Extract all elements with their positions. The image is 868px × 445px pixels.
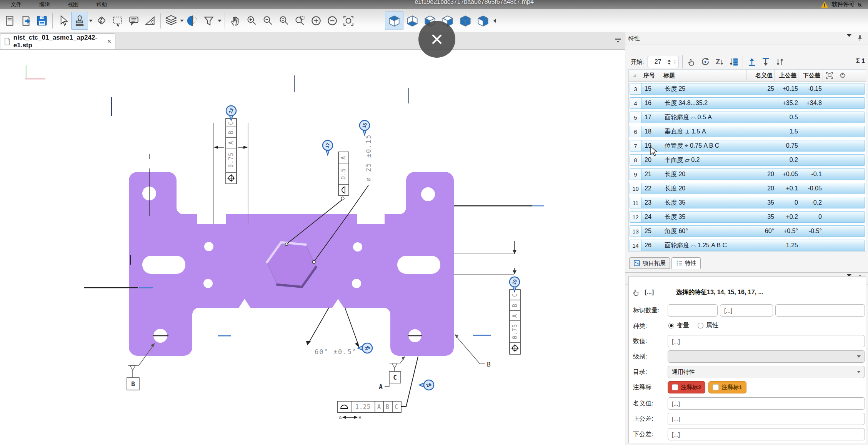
corner-hole[interactable] [421,187,435,201]
zoom-out-icon[interactable] [260,12,276,29]
fcf-position-13[interactable]: C B A 0.75 [226,118,237,184]
fcf-position-19[interactable]: C B A 0.75 [510,290,520,354]
tab-close-icon[interactable]: × [107,38,111,45]
refresh-icon[interactable] [700,57,710,67]
balloon-17[interactable]: 17 [323,140,333,155]
column-header-nominal[interactable]: 名义值 [747,70,775,81]
part-body[interactable] [129,172,454,356]
table-row[interactable]: 1426面轮廓度 ⌓ 1.25 A B C1.25 [630,240,865,251]
catalog-dropdown[interactable]: 通用特性 [668,366,865,378]
annotation-badge-2[interactable]: 注释标2 [668,381,705,393]
table-corner[interactable] [629,70,640,81]
panel-pin-icon[interactable] [857,35,863,42]
upper-input[interactable]: [...] [668,413,865,425]
tab-list-dropdown-icon[interactable] [615,37,621,43]
id-count-input-1[interactable] [668,304,718,317]
balloon-26[interactable]: 26 [419,380,434,390]
angle-dimension-25[interactable]: 60° ±0.5° [306,308,360,356]
filter-dropdown-icon[interactable] [218,20,222,22]
list-sort-icon[interactable] [728,57,739,67]
tag-filter-icon[interactable] [836,70,849,81]
column-header-lower[interactable]: 下公差 [798,70,823,81]
select-cursor-icon[interactable] [55,12,71,29]
zoom-in-icon[interactable] [243,12,260,29]
balloon-25[interactable]: 25 [358,343,372,353]
start-spinner[interactable]: 27 ⋮ [648,56,678,68]
table-row[interactable]: 1022长度 2020+0.1-0.05 [630,183,865,194]
table-row[interactable]: 719位置度 ⌖ 0.75 A B C0.75 [630,140,865,152]
annotation-badge-1[interactable]: 注释标1 [708,381,746,393]
tab-properties[interactable]: 特性 [671,257,701,269]
find-in-view-icon[interactable] [823,70,836,81]
small-hole[interactable] [353,242,362,252]
more-views-icon[interactable] [493,19,496,23]
measure-icon[interactable] [142,12,158,29]
radio-attribute[interactable]: 属性 [698,322,718,330]
view-cube-iso-icon[interactable] [385,12,403,30]
table-row[interactable]: 1224长度 3535+0.20 [630,211,865,223]
layers-dropdown-icon[interactable] [180,20,184,22]
menu-file[interactable]: 文件 [8,1,24,8]
open-document-icon[interactable] [18,12,34,29]
license-warning[interactable]: 软件许可 5. [821,1,863,8]
panel-collapse-icon[interactable] [847,37,851,44]
new-document-icon[interactable] [2,12,18,29]
zoom-dynamic-icon[interactable] [276,12,292,29]
zoom-fit-icon[interactable] [340,12,357,29]
menu-view[interactable]: 视图 [65,1,81,8]
selection-hand-icon[interactable] [631,288,641,297]
slot[interactable] [142,256,185,274]
filter-icon[interactable] [201,12,217,29]
comment-icon[interactable] [126,12,142,29]
level-dropdown[interactable] [668,350,865,363]
sort-z-icon[interactable]: Z [714,57,724,67]
table-row[interactable]: 315长度 2525+0.15-0.15 [630,83,865,95]
fcf-profile-26[interactable]: 1.25 A B C A B [337,357,418,420]
save-icon[interactable] [34,12,50,29]
table-row[interactable]: 820平面度 ▱ 0.20.2 [630,154,865,166]
section-view-icon[interactable] [185,12,201,29]
layers-icon[interactable] [163,12,179,29]
move-bottom-icon[interactable] [761,57,771,67]
datum-feature-c[interactable]: C A [379,356,405,390]
small-hole[interactable] [352,279,361,288]
column-header-title[interactable]: 标题 [660,70,747,81]
decrease-icon[interactable] [324,12,340,29]
zoom-window-icon[interactable] [292,12,308,29]
spinner-options-icon[interactable]: ⋮ [672,59,678,65]
table-row[interactable]: 921长度 2020+0.05-0.1 [630,168,865,180]
increase-icon[interactable] [308,12,324,29]
swap-order-icon[interactable] [775,57,785,67]
stamp-annotation-icon[interactable] [71,12,88,30]
table-row[interactable]: 1123长度 35350-0.2 [630,197,865,208]
tag-icon[interactable] [93,12,110,29]
select-pointer-icon[interactable] [686,57,696,67]
cad-viewport[interactable]: C B A 0.75 A 0.5 ⌀ 25 ±0.15 [0,49,625,445]
lower-input[interactable]: [...] [668,428,865,440]
table-row[interactable]: 1325角度 60°60°+0.5°-0.5° [630,225,865,237]
value-input[interactable]: [...] [668,335,865,347]
radio-variable[interactable]: 变量 [668,322,689,330]
pan-hand-icon[interactable] [227,12,243,29]
id-count-input-2[interactable]: [...] [720,304,773,317]
column-header-upper[interactable]: 上公差 [775,70,798,81]
table-row[interactable]: 517面轮廓度 ⌓ 0.5 A0.5 [630,112,865,123]
video-close-button[interactable] [418,21,455,58]
badge-checkbox[interactable] [713,384,719,390]
view-cube-top-icon[interactable] [474,12,492,30]
badge-checkbox[interactable] [672,384,678,390]
balloon-15[interactable]: 15 [360,120,370,135]
menu-edit[interactable]: 编辑 [37,1,52,8]
id-count-input-3[interactable] [775,304,865,317]
slot[interactable] [397,256,440,274]
document-tab[interactable]: nist_ctc_01_asme1_ap242-e1.stp × [0,33,115,49]
table-row[interactable]: 416长度 34.8...35.2+35.2+34.8 [630,97,865,109]
table-row[interactable]: 618垂直度 ⊥ 1.5 A1.5 [630,126,865,137]
view-cube-front-icon[interactable] [456,12,474,30]
stamp-dropdown-icon[interactable] [89,20,93,22]
move-top-icon[interactable] [747,57,757,67]
small-hole[interactable] [203,279,213,288]
small-hole[interactable] [204,242,213,251]
select-region-icon[interactable] [110,12,126,29]
nominal-input[interactable]: [...] [668,397,865,410]
